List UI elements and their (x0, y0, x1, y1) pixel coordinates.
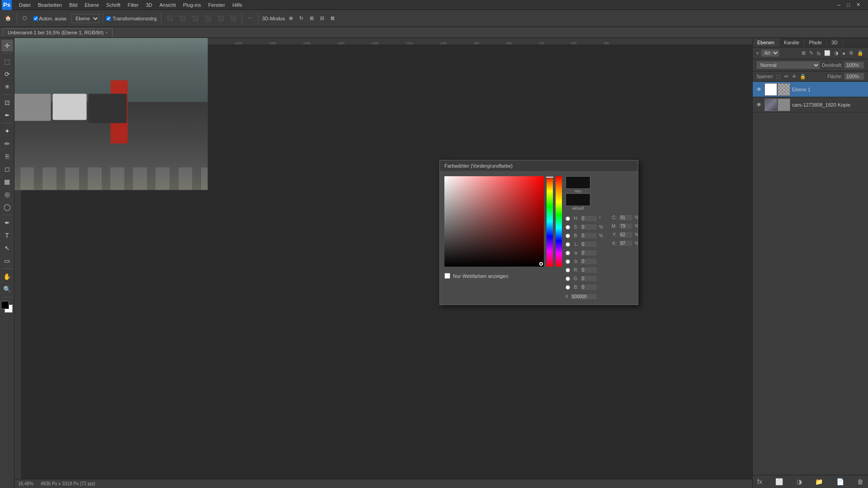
layer-lock-all-btn[interactable]: 🔒 (856, 50, 864, 56)
layer-smart2-btn[interactable]: ⚙ (848, 50, 854, 56)
b-radio[interactable] (566, 234, 570, 238)
lock-transparent-btn[interactable]: ⬚ (775, 73, 782, 80)
a-input[interactable] (580, 249, 597, 256)
r-radio[interactable] (566, 268, 570, 272)
align-center-v-button[interactable]: ⬛ (215, 14, 226, 23)
gradient-tool[interactable]: ▦ (1, 176, 13, 188)
layer-smart-btn[interactable]: ✎ (808, 50, 814, 56)
lock-position-btn[interactable]: ✛ (791, 73, 797, 80)
align-top-button[interactable]: ⬛ (203, 14, 213, 23)
auto-select-checkbox[interactable] (33, 16, 38, 21)
tab-3d[interactable]: 3D (827, 38, 843, 47)
fill-input[interactable] (844, 73, 864, 80)
sb-gradient-area[interactable] (444, 176, 544, 267)
close-button[interactable]: ✕ (854, 0, 863, 9)
menu-ebene[interactable]: Ebene (81, 1, 103, 9)
layer-fx-btn[interactable]: fx (816, 50, 822, 56)
crop-tool[interactable]: ⊡ (1, 97, 13, 108)
s-input[interactable] (580, 224, 597, 230)
tab-ebenen[interactable]: Ebenen (753, 38, 779, 47)
path-select-tool[interactable]: ↖ (1, 242, 13, 254)
tab-close-button[interactable]: × (105, 30, 108, 35)
minimize-button[interactable]: ─ (835, 0, 843, 9)
menu-filter[interactable]: Filter (124, 1, 142, 9)
magic-wand-tool[interactable]: ✳ (1, 81, 13, 93)
menu-plugins[interactable]: Plug-ins (179, 1, 205, 9)
hex-input[interactable] (570, 293, 597, 300)
auto-select-button[interactable]: Auton. ausw. (31, 14, 70, 23)
layer-group-ctrl-btn[interactable]: 📁 (814, 477, 824, 486)
menu-schrift[interactable]: Schrift (103, 1, 124, 9)
blend-mode-select[interactable]: Normal Auflösen Abdunkeln Multiplizieren (756, 61, 820, 69)
3d-extra-button[interactable]: ⊟ (318, 14, 326, 23)
m-input[interactable] (618, 223, 633, 230)
distribute-button[interactable]: ⋯ (245, 14, 255, 23)
c-input[interactable] (618, 214, 633, 221)
lock-all-btn[interactable]: 🔒 (799, 73, 807, 80)
layer-adj-btn[interactable]: ◑ (833, 50, 840, 56)
a-radio[interactable] (566, 251, 570, 255)
layer-mask-ctrl-btn[interactable]: ⬜ (774, 477, 784, 486)
color-swatches[interactable] (1, 301, 14, 314)
home-button[interactable]: 🏠 (3, 14, 14, 23)
web-colors-checkbox[interactable] (444, 273, 450, 279)
k-input[interactable] (618, 240, 633, 247)
opacity-input[interactable] (844, 61, 864, 69)
healing-tool[interactable]: ✦ (1, 125, 13, 137)
b-input[interactable] (580, 232, 597, 239)
tool-options-button[interactable]: ⬡ (20, 14, 29, 23)
g-input[interactable] (580, 275, 597, 282)
move-tool[interactable]: ✛ (1, 40, 13, 52)
layer-color-btn[interactable]: ● (841, 50, 846, 56)
layer-new-ctrl-btn[interactable]: 📄 (835, 477, 845, 486)
hand-tool[interactable]: ✋ (1, 271, 13, 282)
l-radio[interactable] (566, 242, 570, 247)
layer-filter-btn[interactable]: ⊞ (801, 50, 807, 56)
menu-3d[interactable]: 3D (142, 1, 156, 9)
layer-mask-btn[interactable]: ⬜ (823, 50, 831, 56)
y-input[interactable] (618, 231, 633, 238)
b2-input[interactable] (580, 258, 597, 265)
tab-kanaele[interactable]: Kanäle (779, 38, 804, 47)
menu-ansicht[interactable]: Ansicht (156, 1, 179, 9)
eyedropper-tool[interactable]: ✒ (1, 109, 13, 121)
lock-paint-btn[interactable]: ✏ (783, 73, 789, 80)
align-right-button[interactable]: ⬛ (190, 14, 201, 23)
hue-strip[interactable] (547, 176, 553, 267)
layer-type-filter[interactable]: Art (761, 49, 779, 57)
align-left-button[interactable]: ⬛ (165, 14, 175, 23)
tab-pfade[interactable]: Pfade (804, 38, 827, 47)
dodge-tool[interactable]: ◯ (1, 201, 13, 213)
maximize-button[interactable]: □ (844, 0, 852, 9)
brush-tool[interactable]: ✏ (1, 138, 13, 150)
layer-1-visibility[interactable]: 👁 (755, 101, 763, 108)
transform-checkbox[interactable] (106, 16, 111, 21)
menu-bearbeiten[interactable]: Bearbeiten (34, 1, 66, 9)
h-radio[interactable] (566, 216, 570, 221)
3d-scale-button[interactable]: ⊞ (307, 14, 316, 23)
layer-mode-select[interactable]: Ebene (71, 14, 99, 23)
align-center-h-button[interactable]: ⬛ (177, 14, 188, 23)
menu-fenster[interactable]: Fenster (205, 1, 229, 9)
zoom-tool[interactable]: 🔍 (1, 283, 13, 295)
rect-select-tool[interactable]: ⬚ (1, 56, 13, 67)
3d-extra2-button[interactable]: ⊠ (328, 14, 337, 23)
foreground-color-swatch[interactable] (1, 301, 9, 309)
sb-gradient[interactable] (444, 176, 544, 267)
layer-item-0[interactable]: 👁 Ebene 1 (753, 82, 868, 97)
layer-0-visibility[interactable]: 👁 (755, 86, 763, 93)
alpha-strip[interactable] (556, 176, 562, 267)
pen-tool[interactable]: ✒ (1, 217, 13, 229)
align-bottom-button[interactable]: ⬛ (228, 14, 239, 23)
h-input[interactable] (580, 215, 597, 222)
layer-delete-ctrl-btn[interactable]: 🗑 (856, 477, 864, 486)
eraser-tool[interactable]: ◻ (1, 163, 13, 175)
type-tool[interactable]: T (1, 230, 13, 241)
b2-radio[interactable] (566, 259, 570, 264)
s-radio[interactable] (566, 225, 570, 230)
active-tab[interactable]: Unbenannt-1 bei 16,5% (Ebene 1, RGB/8#) … (3, 28, 113, 36)
menu-bild[interactable]: Bild (66, 1, 81, 9)
r-input[interactable] (580, 267, 597, 273)
l-input[interactable] (580, 241, 597, 248)
layer-fx-ctrl-btn[interactable]: fx (756, 477, 763, 486)
